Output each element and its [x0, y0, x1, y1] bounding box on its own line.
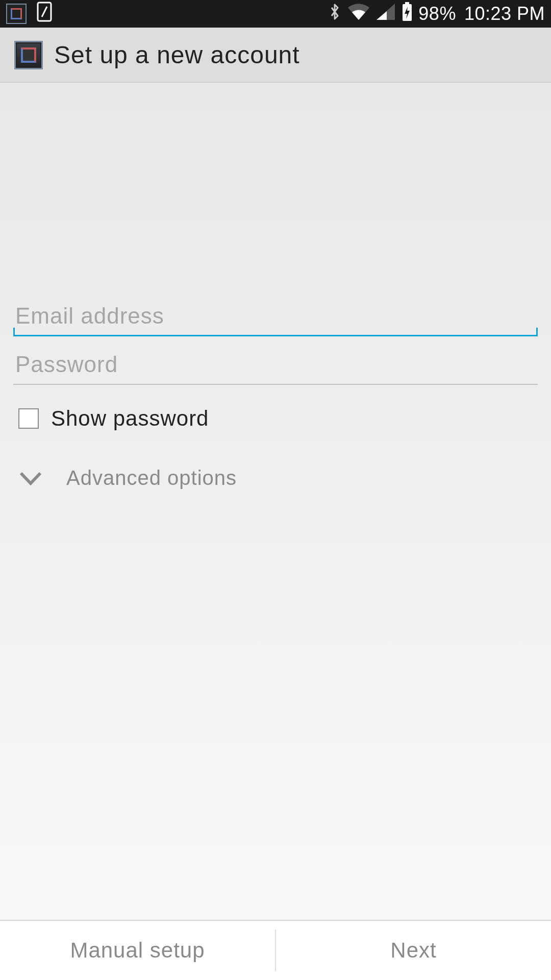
show-password-row[interactable]: Show password [13, 406, 538, 431]
statusbar-app-icon [6, 4, 27, 24]
email-field[interactable] [13, 298, 538, 336]
manual-setup-button[interactable]: Manual setup [0, 921, 275, 980]
bottom-bar: Manual setup Next [0, 920, 551, 980]
page-title: Set up a new account [54, 41, 300, 69]
password-field[interactable] [13, 347, 538, 385]
email-field-wrap [13, 298, 538, 336]
show-password-label: Show password [51, 406, 209, 431]
cell-signal-icon [375, 3, 396, 26]
clock-text: 10:23 PM [464, 3, 545, 24]
battery-percent-text: 98% [418, 3, 456, 24]
advanced-options-label: Advanced options [66, 467, 237, 489]
content-area: Show password Advanced options [0, 83, 551, 920]
advanced-options-row[interactable]: Advanced options [13, 467, 538, 489]
password-field-wrap [13, 347, 538, 385]
bluetooth-icon [328, 2, 342, 27]
show-password-checkbox[interactable] [18, 408, 39, 429]
nfc-icon [36, 2, 53, 27]
wifi-icon [347, 3, 370, 26]
status-bar: 98% 10:23 PM [0, 0, 551, 28]
battery-charging-icon [401, 2, 413, 27]
app-logo-icon [14, 41, 43, 69]
next-button[interactable]: Next [276, 921, 551, 980]
chevron-down-icon [15, 469, 46, 487]
svg-rect-2 [405, 2, 409, 5]
app-bar: Set up a new account [0, 28, 551, 83]
